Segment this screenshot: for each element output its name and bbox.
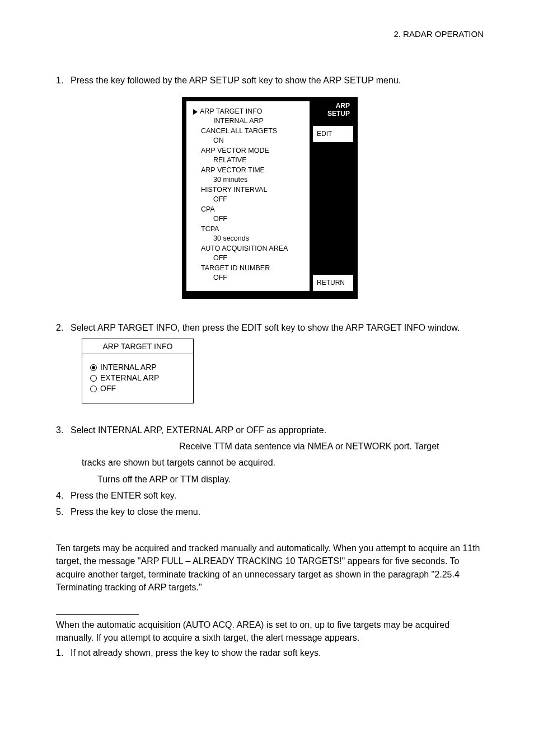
menu-item-target-id[interactable]: TARGET ID NUMBER [193, 264, 304, 274]
option-off[interactable]: OFF [90, 383, 186, 394]
step-3-sub-a-cont: tracks are shown but targets cannot be a… [82, 456, 484, 469]
step-number: 1. [56, 646, 71, 659]
step-text: If not already shown, press the key to s… [71, 646, 484, 659]
option-label: EXTERNAL ARP [100, 373, 159, 383]
menu-value: OFF [193, 195, 304, 205]
step-number: 4. [56, 489, 71, 502]
edit-softkey[interactable]: EDIT [313, 126, 353, 142]
menu-softkey-panel: ARP SETUP EDIT RETURN [313, 101, 353, 291]
menu-item-auto-acq[interactable]: AUTO ACQUISITION AREA [193, 244, 304, 254]
menu-value: RELATIVE [193, 156, 304, 166]
paragraph-auto-acq: When the automatic acquisition (AUTO ACQ… [56, 618, 484, 644]
option-label: OFF [100, 383, 116, 394]
step-number: 2. [56, 321, 71, 334]
page-header-right: 2. RADAR OPERATION [56, 28, 484, 40]
step-1: 1. Press the key followed by the ARP SET… [56, 74, 484, 87]
section-underline [56, 607, 139, 615]
step-text: Press the key to close the menu. [71, 505, 484, 518]
arp-setup-menu-figure: ARP TARGET INFO INTERNAL ARP CANCEL ALL … [56, 97, 484, 299]
step-5: 5. Press the key to close the menu. [56, 505, 484, 518]
option-label: INTERNAL ARP [100, 362, 157, 373]
menu-value: ON [193, 136, 304, 146]
option-external-arp[interactable]: EXTERNAL ARP [90, 373, 186, 383]
menu-value: INTERNAL ARP [193, 116, 304, 126]
menu-item-cancel-targets[interactable]: CANCEL ALL TARGETS [193, 126, 304, 137]
step-3-sub-b: Turns off the ARP or TTM display. [97, 473, 484, 486]
radio-empty-icon [90, 375, 97, 382]
paragraph-ten-targets: Ten targets may be acquired and tracked … [56, 542, 484, 594]
radio-empty-icon [90, 386, 97, 392]
step-4: 4. Press the ENTER soft key. [56, 489, 484, 502]
step-text: Press the ENTER soft key. [71, 489, 484, 502]
step-text: Select INTERNAL ARP, EXTERNAL ARP or OFF… [71, 424, 484, 436]
tab-line1: ARP [316, 102, 350, 110]
option-internal-arp[interactable]: INTERNAL ARP [90, 362, 186, 373]
menu-tab-title: ARP SETUP [313, 101, 353, 123]
step-3: 3. Select INTERNAL ARP, EXTERNAL ARP or … [56, 424, 484, 436]
step-3-sub-a: Receive TTM data sentence via NMEA or NE… [179, 440, 484, 453]
menu-item-arp-target-info[interactable]: ARP TARGET INFO [193, 107, 304, 117]
menu-item-tcpa[interactable]: TCPA [193, 224, 304, 234]
step-text: Press the key followed by the ARP SETUP … [71, 74, 484, 87]
menu-value: 30 minutes [193, 175, 304, 185]
menu-value: OFF [193, 253, 304, 264]
menu-item-vector-time[interactable]: ARP VECTOR TIME [193, 166, 304, 176]
menu-item-history-interval[interactable]: HISTORY INTERVAL [193, 185, 304, 195]
menu-item-vector-mode[interactable]: ARP VECTOR MODE [193, 146, 304, 156]
spacer [313, 145, 353, 271]
menu-item-cpa[interactable]: CPA [193, 205, 304, 215]
step-number: 3. [56, 424, 71, 436]
info-window-title: ARP TARGET INFO [82, 339, 193, 354]
pointer-icon [193, 109, 198, 115]
menu-value: OFF [193, 214, 304, 224]
step-number: 1. [56, 74, 71, 87]
menu-list-panel: ARP TARGET INFO INTERNAL ARP CANCEL ALL … [186, 101, 310, 291]
menu-outer-frame: ARP TARGET INFO INTERNAL ARP CANCEL ALL … [182, 97, 358, 299]
arp-target-info-window: ARP TARGET INFO INTERNAL ARP EXTERNAL AR… [82, 339, 194, 403]
step-number: 5. [56, 505, 71, 518]
bottom-step-1: 1. If not already shown, press the key t… [56, 646, 484, 659]
menu-value: 30 seconds [193, 234, 304, 244]
tab-line2: SETUP [316, 110, 350, 118]
step-text: Select ARP TARGET INFO, then press the E… [71, 321, 484, 334]
info-window-body: INTERNAL ARP EXTERNAL ARP OFF [82, 354, 193, 403]
menu-value: OFF [193, 273, 304, 283]
radio-selected-icon [90, 364, 97, 371]
step-2: 2. Select ARP TARGET INFO, then press th… [56, 321, 484, 334]
return-softkey[interactable]: RETURN [313, 275, 353, 291]
menu-label: ARP TARGET INFO [200, 107, 263, 117]
